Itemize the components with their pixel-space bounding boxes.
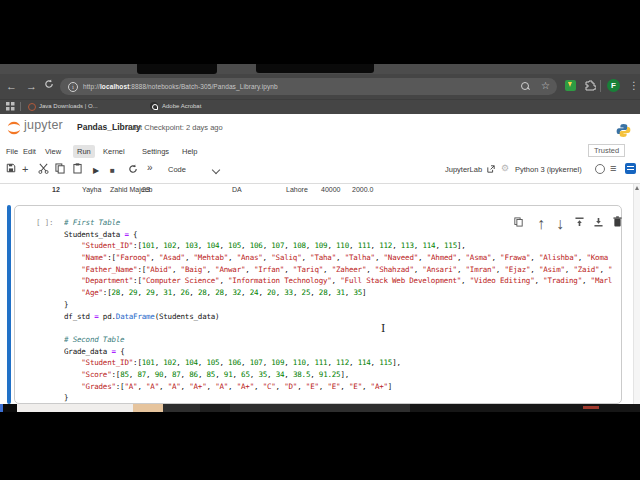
scrollbar[interactable] (633, 184, 640, 404)
tab-gap (256, 64, 374, 73)
duplicate-cell-icon[interactable] (514, 217, 523, 227)
cell-prompt: [ ]: (36, 218, 53, 227)
cell-type-dropdown[interactable]: Code (168, 165, 186, 174)
java-bookmark-favicon (28, 103, 36, 111)
bookmark-java-downloads[interactable]: Java Downloads | O... (39, 103, 98, 109)
add-cell-icon[interactable]: + (22, 164, 28, 175)
letterbox-bottom (0, 412, 640, 480)
menu-kernel[interactable]: Kernel (103, 147, 125, 156)
delete-cell-icon[interactable] (613, 216, 622, 227)
profile-avatar[interactable]: F (607, 79, 620, 92)
restart-kernel-icon[interactable] (128, 164, 138, 174)
screen: ← → ⌂ i http://localhost:8888/notebooks/… (0, 0, 640, 480)
kernel-status-icon (595, 164, 605, 174)
scroll-up-icon[interactable] (635, 186, 639, 190)
download-manager-extension-icon[interactable] (565, 80, 576, 91)
output-cell: 2000.0 (352, 186, 373, 193)
taskbar-fragment (583, 406, 599, 409)
taskbar-fragment (410, 404, 640, 412)
site-info-icon[interactable]: i (68, 82, 78, 92)
code-lines[interactable]: # First TableStudents_data = { "Student_… (64, 217, 618, 403)
back-icon[interactable]: ← (6, 81, 17, 92)
external-link-icon[interactable] (487, 165, 495, 173)
bookmark-adobe-acrobat[interactable]: Adobe Acrobat (162, 103, 201, 109)
move-cell-up-icon[interactable]: ↑ (537, 215, 545, 233)
bookmark-star-icon[interactable]: ☆ (541, 80, 550, 92)
menu-file[interactable]: File (6, 147, 18, 156)
taskbar-fragment (133, 404, 163, 412)
toolbar-divider (0, 183, 640, 184)
acrobat-bookmark-favicon (150, 102, 158, 110)
divider (600, 80, 601, 92)
gear-icon[interactable]: ⚙ (501, 163, 509, 173)
run-cell-icon[interactable]: ▶ (93, 165, 99, 176)
paste-cells-icon[interactable] (73, 163, 82, 174)
output-cell: Yayha (82, 186, 101, 193)
checkpoint-label: Last Checkpoint: 2 days ago (128, 123, 223, 132)
hamburger-menu-icon[interactable]: ≡ (610, 162, 616, 174)
apps-grid-icon[interactable] (6, 102, 15, 111)
interrupt-kernel-icon[interactable]: ■ (110, 165, 115, 176)
move-cell-down-icon[interactable]: ↓ (556, 215, 564, 233)
output-cell: 40000 (321, 186, 340, 193)
jupyter-logo-text: jupyter (24, 118, 63, 132)
taskbar-fragment (17, 404, 133, 412)
output-cell: 23 (142, 186, 150, 193)
forward-icon[interactable]: → (26, 81, 37, 92)
menu-edit[interactable]: Edit (23, 147, 36, 156)
output-cell: DA (232, 186, 242, 193)
selected-cell-indicator (7, 205, 11, 404)
notebook-page: jupyter Pandas_Library Last Checkpoint: … (0, 114, 640, 404)
menu-settings[interactable]: Settings (142, 147, 169, 156)
jupyterlab-link[interactable]: JupyterLab (445, 165, 482, 174)
insert-cell-above-icon[interactable] (575, 217, 584, 227)
menu-help[interactable]: Help (182, 147, 197, 156)
address-bar[interactable]: i http://localhost:8888/notebooks/Batch-… (60, 78, 557, 95)
insert-cell-below-icon[interactable] (594, 217, 603, 227)
save-icon[interactable] (6, 163, 16, 173)
menu-run[interactable]: Run (73, 145, 95, 158)
restart-run-all-icon[interactable]: » (147, 162, 153, 173)
browser-menu-icon[interactable]: ⋮ (629, 80, 639, 92)
letterbox-top (0, 0, 640, 66)
menu-view[interactable]: View (45, 147, 61, 156)
copy-cells-icon[interactable] (55, 163, 65, 174)
python-logo-icon (616, 123, 631, 138)
tab-gap (137, 64, 217, 74)
trusted-badge: Trusted (588, 144, 625, 157)
divider (20, 102, 21, 111)
text-cursor: I (381, 323, 385, 334)
jupyter-logo-icon[interactable] (5, 120, 23, 136)
cut-cells-icon[interactable] (38, 163, 49, 174)
chevron-down-icon[interactable] (212, 166, 220, 174)
zoom-icon[interactable] (521, 82, 529, 90)
extensions-puzzle-icon[interactable] (585, 80, 596, 91)
panel-toggle-icon[interactable] (625, 163, 636, 174)
taskbar-fragment (3, 404, 17, 412)
output-cell: Lahore (286, 186, 308, 193)
output-cell: 12 (52, 186, 60, 193)
reload-icon[interactable] (44, 79, 54, 89)
taskbar-fragment (200, 404, 230, 412)
kernel-name[interactable]: Python 3 (ipykernel) (515, 165, 582, 174)
url-text: http://localhost:8888/notebooks/Batch-30… (83, 83, 278, 90)
